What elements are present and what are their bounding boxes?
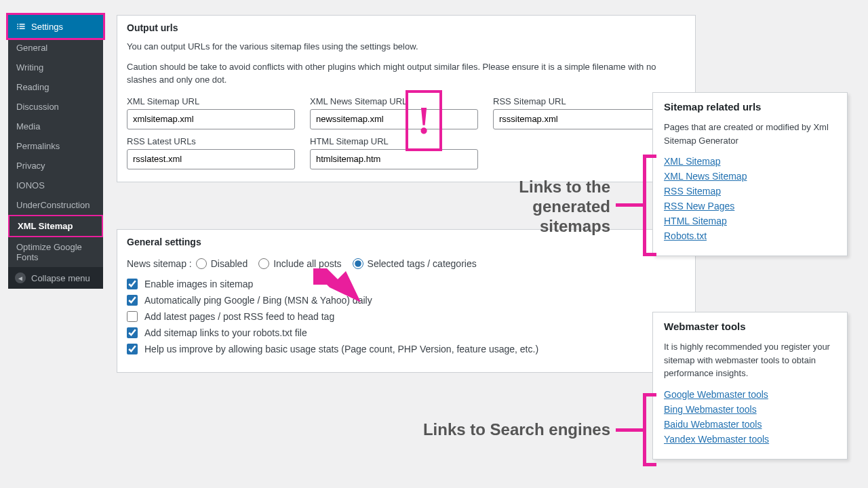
sidebar-item-discussion[interactable]: Discussion <box>8 97 103 117</box>
news-sitemap-row: News sitemap : Disabled Include all post… <box>127 258 686 269</box>
sitemap-links-list: XML Sitemap XML News Sitemap RSS Sitemap… <box>664 155 836 242</box>
field-rss-latest: RSS Latest URLs <box>127 136 295 169</box>
xml-sitemap-label: XML Sitemap URL <box>127 96 295 106</box>
field-rss-sitemap: RSS Sitemap URL <box>493 96 661 129</box>
link-yandex-webmaster[interactable]: Yandex Webmaster tools <box>664 434 769 445</box>
news-sitemap-label: News sitemap : <box>127 258 192 269</box>
radio-selected-tags[interactable]: Selected tags / categories <box>353 258 477 269</box>
webmaster-panel-title: Webmaster tools <box>664 321 836 332</box>
html-sitemap-label: HTML Sitemap URL <box>310 136 478 146</box>
xml-sitemap-input[interactable] <box>127 109 295 129</box>
admin-sidebar: Settings General Writing Reading Discuss… <box>8 15 103 289</box>
rss-latest-input[interactable] <box>127 149 295 169</box>
collapse-icon: ◄ <box>15 272 26 283</box>
sidebar-item-ionos[interactable]: IONOS <box>8 176 103 195</box>
annotation-search-engines-text: Links to Search engines <box>380 420 610 440</box>
webmaster-links-list: Google Webmaster tools Bing Webmaster to… <box>664 388 836 445</box>
sitemap-urls-panel: Sitemap related urls Pages that are crea… <box>652 92 848 256</box>
link-bing-webmaster[interactable]: Bing Webmaster tools <box>664 404 757 415</box>
rss-sitemap-input[interactable] <box>493 109 661 129</box>
xml-news-label: XML News Sitemap URL <box>310 96 478 106</box>
link-robots-txt[interactable]: Robots.txt <box>664 230 707 241</box>
annotation-line-webmaster <box>616 428 644 432</box>
general-panel-body: News sitemap : Disabled Include all post… <box>117 258 695 372</box>
general-panel-title: General settings <box>117 230 695 254</box>
rss-sitemap-label: RSS Sitemap URL <box>493 96 661 106</box>
sidebar-item-privacy[interactable]: Privacy <box>8 156 103 176</box>
webmaster-tools-panel: Webmaster tools It is highly recommended… <box>652 312 848 460</box>
sidebar-item-underconstruction[interactable]: UnderConstruction <box>8 195 103 215</box>
link-html-sitemap[interactable]: HTML Sitemap <box>664 216 727 226</box>
general-settings-panel: General settings News sitemap : Disabled… <box>117 229 696 373</box>
sidebar-item-optimize-fonts[interactable]: Optimize Google Fonts <box>8 237 103 267</box>
output-caution-text: Caution should be take to avoid conflict… <box>127 60 686 87</box>
check-rss-head[interactable]: Add latest pages / post RSS feed to head… <box>127 311 686 322</box>
collapse-menu-button[interactable]: ◄ Collapse menu <box>8 267 103 289</box>
annotation-sitemap-links-text: Links to the generated sitemaps <box>475 178 610 236</box>
link-rss-new-pages[interactable]: RSS New Pages <box>664 201 734 211</box>
link-xml-news-sitemap[interactable]: XML News Sitemap <box>664 171 747 182</box>
sidebar-item-xml-sitemap[interactable]: XML Sitemap <box>8 215 103 237</box>
collapse-label: Collapse menu <box>31 273 90 283</box>
check-usage-stats[interactable]: Help us improve by allowing basic usage … <box>127 344 686 354</box>
output-urls-panel: Output urls You can output URLs for the … <box>117 15 696 182</box>
field-html-sitemap: HTML Sitemap URL <box>310 136 478 169</box>
sidebar-item-general[interactable]: General <box>8 38 103 58</box>
xml-news-input[interactable] <box>310 109 478 129</box>
output-panel-body: You can output URLs for the various site… <box>117 40 695 182</box>
field-xml-sitemap: XML Sitemap URL <box>127 96 295 129</box>
output-intro-text: You can output URLs for the various site… <box>127 40 686 54</box>
link-rss-sitemap[interactable]: RSS Sitemap <box>664 186 721 197</box>
sidebar-item-media[interactable]: Media <box>8 117 103 136</box>
settings-submenu: General Writing Reading Discussion Media… <box>8 38 103 267</box>
output-panel-title: Output urls <box>117 16 695 40</box>
radio-disabled[interactable]: Disabled <box>196 258 248 269</box>
link-google-webmaster[interactable]: Google Webmaster tools <box>664 389 768 400</box>
link-xml-sitemap[interactable]: XML Sitemap <box>664 156 721 167</box>
check-robots[interactable]: Add sitemap links to your robots.txt fil… <box>127 327 686 338</box>
check-auto-ping[interactable]: Automatically ping Google / Bing (MSN & … <box>127 295 686 306</box>
sidebar-item-writing[interactable]: Writing <box>8 58 103 77</box>
sitemap-panel-desc: Pages that are created or modified by Xm… <box>664 121 836 147</box>
sidebar-item-permalinks[interactable]: Permalinks <box>8 136 103 156</box>
html-sitemap-input[interactable] <box>310 149 478 169</box>
webmaster-panel-desc: It is highly recommended you register yo… <box>664 340 836 380</box>
annotation-line-sitemap <box>616 203 644 207</box>
link-baidu-webmaster[interactable]: Baidu Webmaster tools <box>664 419 762 430</box>
check-enable-images[interactable]: Enable images in sitemap <box>127 279 686 289</box>
sitemap-panel-title: Sitemap related urls <box>664 101 836 113</box>
menu-settings[interactable]: Settings <box>8 15 103 38</box>
settings-icon <box>15 20 27 33</box>
menu-settings-label: Settings <box>31 22 63 32</box>
field-xml-news: XML News Sitemap URL <box>310 96 478 129</box>
radio-include-all[interactable]: Include all posts <box>258 258 341 269</box>
rss-latest-label: RSS Latest URLs <box>127 136 295 146</box>
sidebar-item-reading[interactable]: Reading <box>8 77 103 97</box>
